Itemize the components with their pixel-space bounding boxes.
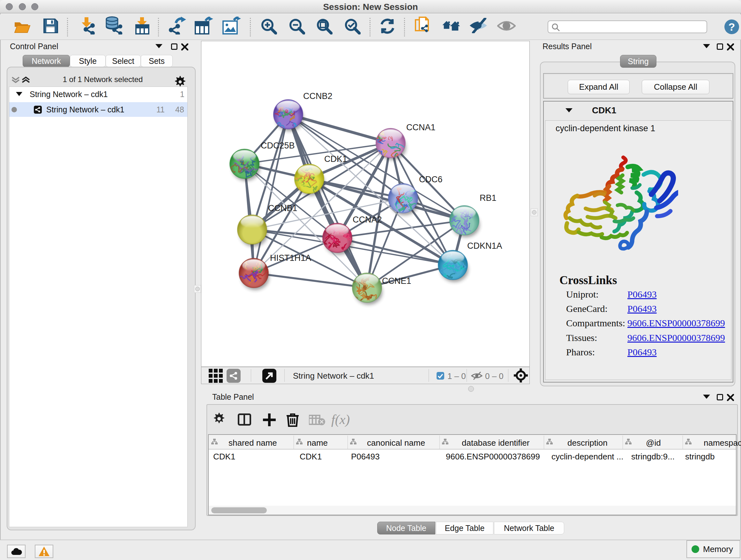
svg-text:CCNA1: CCNA1 (406, 123, 435, 132)
svg-text:CCNB1: CCNB1 (268, 203, 297, 213)
svg-text:CCNE1: CCNE1 (382, 276, 411, 286)
svg-text:CDC6: CDC6 (419, 175, 443, 184)
svg-text:CCNB2: CCNB2 (303, 91, 333, 101)
svg-text:CDK1: CDK1 (324, 154, 347, 164)
svg-text:RB1: RB1 (480, 193, 496, 203)
svg-text:CDKN1A: CDKN1A (467, 241, 502, 251)
svg-text:HIST1H1A: HIST1H1A (270, 253, 311, 263)
svg-text:CCNA2: CCNA2 (353, 215, 382, 225)
svg-text:CDC25B: CDC25B (261, 141, 295, 150)
